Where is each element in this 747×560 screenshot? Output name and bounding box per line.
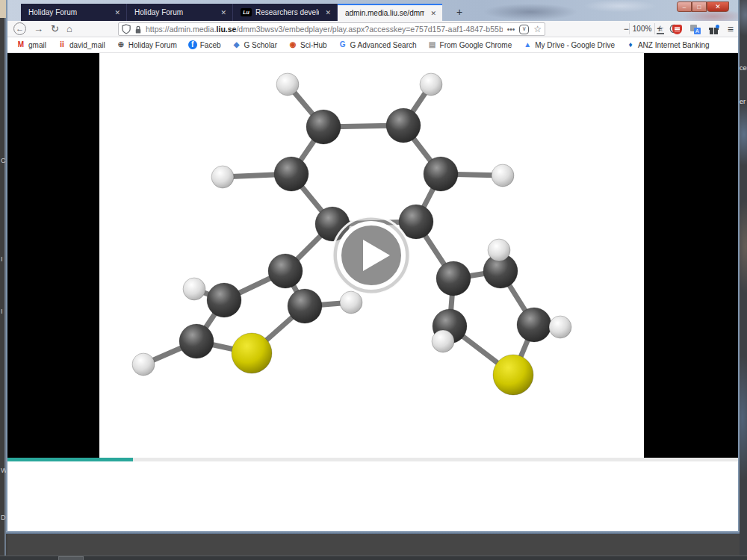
- atom-C: [517, 308, 551, 342]
- atom-H: [488, 239, 510, 261]
- play-button[interactable]: [329, 214, 413, 297]
- tab-title: Holiday Forum: [28, 8, 108, 16]
- desktop-icon-label-fragment: I: [1, 255, 3, 263]
- tab-title: Researchers develop molecule t: [255, 8, 319, 16]
- atom-H: [132, 353, 155, 376]
- tab-close-icon[interactable]: ✕: [429, 10, 438, 17]
- atom-C: [207, 283, 241, 317]
- bookmark-favicon: f: [188, 40, 197, 49]
- pocket-icon[interactable]: ∨: [519, 25, 529, 34]
- window-maximize-button[interactable]: □: [692, 1, 707, 12]
- reload-button[interactable]: ↻: [51, 24, 59, 34]
- atom-H: [276, 73, 299, 96]
- bookmark-item[interactable]: ◆G Scholar: [232, 40, 277, 49]
- bookmark-favicon: G: [338, 40, 347, 49]
- bookmark-item[interactable]: Mgmail: [16, 40, 46, 49]
- play-icon: [329, 214, 413, 297]
- taskbar-item-edge: [58, 556, 84, 560]
- window-minimize-button[interactable]: –: [677, 1, 692, 12]
- window-close-button[interactable]: ✕: [707, 1, 729, 12]
- desktop-icon-label-fragment: D: [1, 514, 6, 521]
- bookmark-label: ANZ Internet Banking: [638, 41, 710, 49]
- bookmark-item[interactable]: ⊕Holiday Forum: [117, 40, 177, 49]
- tracking-shield-icon[interactable]: [122, 24, 131, 34]
- toolbar-extension-area: ☆ A ≡: [657, 21, 734, 37]
- library-icon[interactable]: ☆: [657, 25, 664, 34]
- url-path: /dmm3bwsv3/embedplayer/play.aspx?accessk…: [236, 25, 502, 34]
- notification-dot: [716, 25, 719, 28]
- browser-window: Holiday Forum ✕ Holiday Forum ✕ Lu Resea…: [6, 0, 740, 533]
- bookmark-item[interactable]: ▲My Drive - Google Drive: [523, 40, 615, 49]
- bookmark-favicon: M: [16, 40, 25, 49]
- bookmark-star-icon[interactable]: ☆: [533, 24, 542, 34]
- tab-close-icon[interactable]: ✕: [323, 9, 332, 16]
- url-text: https://admin.media.liu.se/dmm3bwsv3/emb…: [146, 25, 503, 34]
- atom-C: [288, 289, 322, 323]
- translate-extension-icon[interactable]: A: [690, 25, 701, 34]
- bookmark-label: david_mail: [69, 41, 105, 49]
- bookmark-favicon: ♦: [626, 40, 635, 49]
- desktop-right-edge: cerer: [740, 0, 747, 560]
- atom-H: [549, 316, 571, 338]
- forward-button[interactable]: →: [34, 24, 43, 34]
- page-actions-icon[interactable]: •••: [507, 25, 515, 34]
- tab-media-player-active[interactable]: admin.media.liu.se/dmm3bwsv3/e ✕: [338, 4, 442, 21]
- tab-title: Holiday Forum: [134, 8, 214, 16]
- bookmark-favicon: ◉: [288, 40, 297, 49]
- tab-researchers-article[interactable]: Lu Researchers develop molecule t ✕: [233, 4, 338, 21]
- atom-C: [179, 324, 214, 358]
- bookmark-favicon: ◆: [232, 40, 241, 49]
- bookmark-label: G Scholar: [244, 41, 277, 49]
- window-border: [6, 531, 740, 534]
- bookmark-item[interactable]: fFaceb: [188, 40, 221, 49]
- bookmark-label: From Google Chrome: [440, 41, 512, 49]
- atom-H: [420, 73, 442, 96]
- url-domain: liu.se: [217, 25, 237, 34]
- tab-holiday-forum-1[interactable]: Holiday Forum ✕: [21, 4, 127, 21]
- tab-close-icon[interactable]: ✕: [113, 9, 122, 16]
- new-tab-button[interactable]: +: [451, 4, 468, 21]
- https-lock-icon[interactable]: [134, 25, 143, 34]
- bookmark-item[interactable]: ▤From Google Chrome: [428, 40, 512, 49]
- url-prefix: https://admin.media.: [146, 25, 217, 34]
- url-bar[interactable]: https://admin.media.liu.se/dmm3bwsv3/emb…: [118, 22, 545, 36]
- bookmark-favicon: ⊕: [117, 40, 125, 49]
- gift-extension-icon[interactable]: [709, 25, 719, 34]
- bookmark-item[interactable]: iidavid_mail: [58, 40, 105, 49]
- bookmark-favicon: ▲: [523, 40, 532, 49]
- tab-close-icon[interactable]: ✕: [219, 9, 228, 16]
- bookmark-favicon: ii: [58, 40, 66, 49]
- bookmarks-bar: Mgmailiidavid_mail⊕Holiday ForumfFaceb◆G…: [7, 37, 738, 53]
- atom-C: [424, 157, 458, 191]
- atom-C: [386, 108, 421, 143]
- atom-H: [183, 278, 205, 300]
- taskbar-edge: [0, 556, 747, 560]
- bookmark-item[interactable]: ◉Sci-Hub: [288, 40, 327, 49]
- zoom-level-indicator[interactable]: 100%: [629, 23, 656, 34]
- bookmark-label: Holiday Forum: [128, 41, 177, 49]
- bookmark-label: My Drive - Google Drive: [535, 41, 615, 49]
- liu-favicon: Lu: [241, 8, 252, 16]
- desktop-icon-label-fragment: er: [740, 98, 746, 105]
- bookmark-item[interactable]: GG Advanced Search: [338, 40, 417, 49]
- bookmark-label: Sci-Hub: [300, 41, 327, 49]
- tab-title: admin.media.liu.se/dmm3bwsv3/e: [345, 9, 424, 17]
- bookmark-item[interactable]: ♦ANZ Internet Banking: [626, 40, 710, 49]
- desktop-icon-label-fragment: C: [1, 157, 6, 164]
- tab-bar: Holiday Forum ✕ Holiday Forum ✕ Lu Resea…: [7, 0, 738, 21]
- page-content: [7, 53, 738, 458]
- adblock-shield-icon[interactable]: [672, 25, 682, 34]
- translate-icon-front: A: [694, 28, 701, 34]
- zoom-out-button[interactable]: −: [624, 24, 629, 34]
- hamburger-menu-icon[interactable]: ≡: [728, 23, 734, 35]
- bookmark-label: gmail: [28, 41, 46, 49]
- atom-C: [436, 261, 471, 296]
- home-button[interactable]: ⌂: [66, 24, 72, 34]
- desktop-icon-label-fragment: I: [1, 308, 3, 315]
- bookmark-favicon: ▤: [428, 40, 437, 49]
- atom-H: [492, 164, 514, 187]
- video-player[interactable]: [99, 53, 644, 458]
- tab-holiday-forum-2[interactable]: Holiday Forum ✕: [127, 4, 233, 21]
- page-bottom-area: [7, 461, 738, 531]
- back-button[interactable]: ←: [13, 22, 26, 35]
